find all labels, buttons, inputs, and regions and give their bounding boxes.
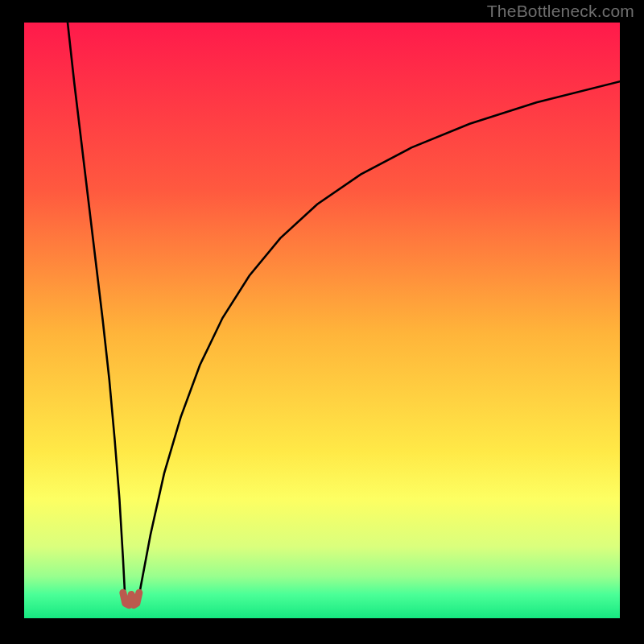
- watermark-text: TheBottleneck.com: [487, 2, 634, 21]
- chart-svg: [24, 23, 620, 618]
- chart-frame: TheBottleneck.com: [0, 0, 644, 644]
- plot-area: [24, 23, 620, 618]
- gradient-background: [24, 23, 620, 618]
- trough-marker: [123, 592, 139, 605]
